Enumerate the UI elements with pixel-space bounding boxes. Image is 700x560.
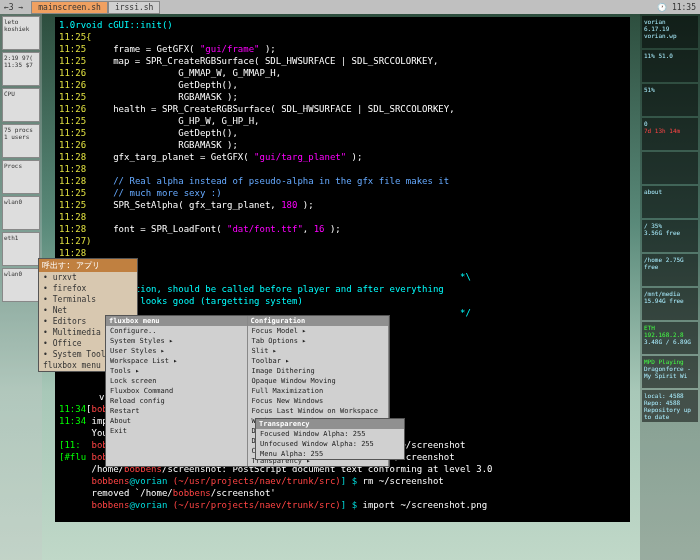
rmon-graph (642, 152, 698, 184)
flux-config-item-4[interactable]: Image Dithering (248, 366, 389, 376)
app-menu-item-0[interactable]: • urxvt (39, 272, 137, 283)
flux-item-5[interactable]: Lock screen (106, 376, 247, 386)
flux-menu-header: fluxbox menu (106, 316, 247, 326)
app-menu-item-2[interactable]: • Terminals (39, 294, 137, 305)
flux-config-item-3[interactable]: Toolbar ▸ (248, 356, 389, 366)
flux-item-8[interactable]: Restart (106, 406, 247, 416)
monitor-procs2: Procs (2, 160, 40, 194)
flux-config-header: Configuration (248, 316, 389, 326)
flux-item-0[interactable]: Configure.. (106, 326, 247, 336)
monitor-procs: 75 procs 1 users (2, 124, 40, 158)
flux-item-7[interactable]: Reload config (106, 396, 247, 406)
rmon-mpd: MPD PlayingDragonforce - My Spirit Wi (642, 356, 698, 388)
taskbar: ←3 → mainscreen.sh irssi.sh 🕐 11:35 (0, 0, 700, 14)
flux-config-item-5[interactable]: Opaque Window Moving (248, 376, 389, 386)
left-sidebar: leto koshiek 2:19 97( 11:35 $7 CPU 75 pr… (0, 14, 42, 560)
flux-item-6[interactable]: Fluxbox Command (106, 386, 247, 396)
flux-item-3[interactable]: Workspace List ▸ (106, 356, 247, 366)
flux-item-1[interactable]: System Styles ▸ (106, 336, 247, 346)
monitor-host: leto koshiek (2, 16, 40, 50)
rmon-home: /home 2.75G free (642, 254, 698, 286)
flux-config-item-7[interactable]: Focus New Windows (248, 396, 389, 406)
transparency-menu: Transparency Focused Window Alpha: 255Un… (255, 418, 405, 460)
rmon-repo: local: 4588 Repo: 4588Repository up to d… (642, 390, 698, 422)
flux-col-1: fluxbox menu Configure..System Styles ▸U… (106, 316, 248, 466)
flux-item-2[interactable]: User Styles ▸ (106, 346, 247, 356)
taskbar-tab-0[interactable]: mainscreen.sh (31, 1, 108, 14)
flux-config-item-8[interactable]: Focus Last Window on Workspace (248, 406, 389, 416)
monitor-wlan0b: wlan0 (2, 268, 40, 302)
app-menu-item-1[interactable]: • firefox (39, 283, 137, 294)
trans-header: Transparency (256, 419, 404, 429)
trans-item-1[interactable]: Unfocused Window Alpha: 255 (256, 439, 404, 449)
taskbar-tab-1[interactable]: irssi.sh (108, 1, 161, 14)
flux-item-4[interactable]: Tools ▸ (106, 366, 247, 376)
flux-item-11[interactable]: Exit (106, 426, 247, 436)
rmon-mem: 51% (642, 84, 698, 116)
code-title: 1.0rvoid cGUI::init() (59, 20, 173, 30)
flux-item-9[interactable]: About (106, 416, 247, 426)
flux-config-item-1[interactable]: Tab Options ▸ (248, 336, 389, 346)
monitor-eth1: eth1 (2, 232, 40, 266)
taskbar-clock: 🕐 11:35 (657, 3, 696, 12)
rmon-media: /mnt/media15.94G free (642, 288, 698, 320)
flux-config-item-6[interactable]: Full Maximization (248, 386, 389, 396)
rmon-host: vorian6.17.19 vorian.wp (642, 16, 698, 48)
code-block: 11:25{11:25 frame = GetGFX( "gui/frame" … (59, 31, 626, 331)
monitor-time: 2:19 97( 11:35 $7 (2, 52, 40, 86)
flux-config-item-2[interactable]: Slit ▸ (248, 346, 389, 356)
rmon-root: / 35% 3.56G free (642, 220, 698, 252)
monitor-wlan0: wlan0 (2, 196, 40, 230)
flux-config-item-0[interactable]: Focus Model ▸ (248, 326, 389, 336)
app-menu-header: 呼出す: アプリ (39, 259, 137, 272)
trans-item-0[interactable]: Focused Window Alpha: 255 (256, 429, 404, 439)
rmon-cpu: 11% 51.0 (642, 50, 698, 82)
right-sidebar: vorian6.17.19 vorian.wp 11% 51.0 51% 07d… (640, 14, 700, 560)
rmon-uptime: 07d 13h 14m (642, 118, 698, 150)
monitor-cpu: CPU (2, 88, 40, 122)
taskbar-arrows[interactable]: ←3 → (4, 3, 23, 12)
rmon-about: about (642, 186, 698, 218)
trans-item-2[interactable]: Menu Alpha: 255 (256, 449, 404, 459)
rmon-eth: ETH 192.168.2.83.48G / 6.89G (642, 322, 698, 354)
